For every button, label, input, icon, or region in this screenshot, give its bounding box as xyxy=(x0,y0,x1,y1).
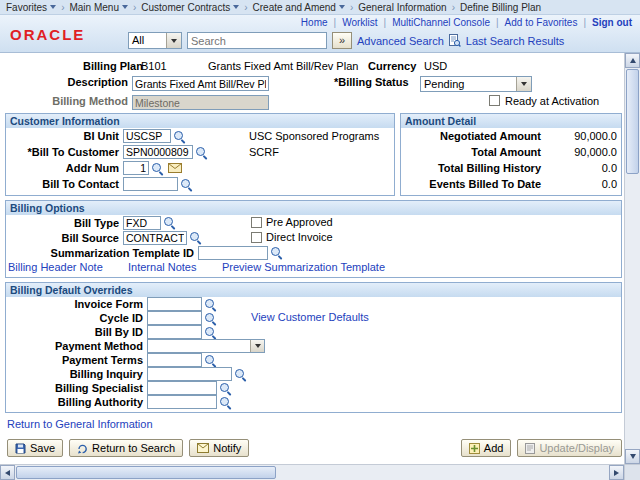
billing-method-field xyxy=(132,95,269,110)
bill-by-id-field[interactable] xyxy=(147,325,202,339)
multichannel-console-link[interactable]: MultiChannel Console xyxy=(392,17,490,28)
payment-method-select[interactable] xyxy=(147,339,265,353)
page-content: Billing Plan B101 Grants Fixed Amt Bill/… xyxy=(0,54,624,478)
internal-notes-link[interactable]: Internal Notes xyxy=(128,261,196,273)
breadcrumb-separator: › xyxy=(133,2,136,13)
payment-method-value xyxy=(148,340,250,352)
cycle-id-row: Cycle ID View Customer Defaults xyxy=(6,311,621,325)
addr-num-lookup-icon[interactable] xyxy=(151,162,164,175)
link-separator: | xyxy=(496,17,499,28)
home-link[interactable]: Home xyxy=(301,17,328,28)
billing-authority-lookup-icon[interactable] xyxy=(219,396,232,409)
add-to-favorites-link[interactable]: Add to Favorites xyxy=(505,17,578,28)
bi-unit-lookup-icon[interactable] xyxy=(173,130,186,143)
add-button[interactable]: Add xyxy=(461,439,512,457)
billing-inquiry-lookup-icon[interactable] xyxy=(234,368,247,381)
preview-summarization-template-link[interactable]: Preview Summarization Template xyxy=(222,261,385,273)
scroll-down-button[interactable] xyxy=(625,449,640,464)
bill-to-customer-lookup-icon[interactable] xyxy=(195,146,208,159)
bill-source-lookup-icon[interactable] xyxy=(189,231,202,244)
cycle-id-lookup-icon[interactable] xyxy=(204,312,217,325)
breadcrumb-label: Define Billing Plan xyxy=(460,2,541,13)
breadcrumb-create-and-amend[interactable]: Create and Amend xyxy=(253,2,345,13)
section-title: Billing Options xyxy=(6,201,621,215)
notify-button[interactable]: Notify xyxy=(189,439,249,457)
vertical-scrollbar-thumb[interactable] xyxy=(626,69,639,174)
pre-approved-checkbox[interactable] xyxy=(251,217,262,228)
return-to-search-button[interactable]: Return to Search xyxy=(69,439,183,457)
return-to-general-information-link[interactable]: Return to General Information xyxy=(7,418,153,430)
pre-approved-label: Pre Approved xyxy=(266,216,333,228)
arrow-down-icon xyxy=(630,454,636,459)
chevron-down-icon[interactable] xyxy=(250,340,264,352)
bill-source-field[interactable] xyxy=(123,231,187,245)
sign-out-link[interactable]: Sign out xyxy=(592,17,632,28)
bi-unit-row: BI Unit USC Sponsored Programs xyxy=(6,128,394,144)
billing-status-select[interactable]: Pending xyxy=(420,76,532,92)
bill-type-field[interactable] xyxy=(123,216,161,230)
bill-to-customer-label: *Bill To Customer xyxy=(6,146,119,158)
ready-at-activation-checkbox[interactable] xyxy=(489,95,500,106)
breadcrumb-customer-contracts[interactable]: Customer Contracts xyxy=(141,2,239,13)
save-button-label: Save xyxy=(30,442,55,454)
vertical-scrollbar[interactable] xyxy=(624,53,640,464)
chevron-down-icon[interactable] xyxy=(516,77,531,91)
billing-inquiry-field[interactable] xyxy=(147,367,232,381)
direct-invoice-option: Direct Invoice xyxy=(251,231,333,243)
billing-header-note-link[interactable]: Billing Header Note xyxy=(8,261,103,273)
total-billing-history-label: Total Billing History xyxy=(401,162,549,174)
breadcrumb-general-information[interactable]: General Information xyxy=(358,2,446,13)
bill-source-label: Bill Source xyxy=(6,232,119,244)
invoice-form-label: Invoice Form xyxy=(6,298,143,310)
view-customer-defaults-link[interactable]: View Customer Defaults xyxy=(251,311,369,323)
save-button[interactable]: Save xyxy=(7,439,63,457)
amount-row: Events Billed To Date 0.0 xyxy=(401,176,621,192)
billing-authority-field[interactable] xyxy=(147,395,217,409)
bill-by-id-lookup-icon[interactable] xyxy=(204,326,217,339)
billing-specialist-field[interactable] xyxy=(147,381,217,395)
description-field[interactable] xyxy=(132,76,269,91)
address-envelope-icon[interactable] xyxy=(168,163,182,173)
search-go-button[interactable]: » xyxy=(332,32,352,49)
last-search-results-link[interactable]: Last Search Results xyxy=(466,35,564,47)
update-display-button-label: Update/Display xyxy=(539,442,614,454)
breadcrumb-favorites[interactable]: Favorites xyxy=(6,2,56,13)
cycle-id-field[interactable] xyxy=(147,311,202,325)
bill-to-contact-field[interactable] xyxy=(123,177,178,191)
breadcrumb-main-menu[interactable]: Main Menu xyxy=(69,2,127,13)
search-input[interactable] xyxy=(187,32,327,49)
scroll-right-button[interactable] xyxy=(609,465,624,480)
plan-header-row: Billing Plan B101 Grants Fixed Amt Bill/… xyxy=(5,58,622,74)
bi-unit-field[interactable] xyxy=(123,129,171,143)
direct-invoice-checkbox[interactable] xyxy=(251,232,262,243)
bill-to-customer-field[interactable] xyxy=(123,145,193,159)
bill-type-lookup-icon[interactable] xyxy=(163,216,176,229)
scroll-up-button[interactable] xyxy=(625,53,640,68)
chevron-down-icon[interactable] xyxy=(166,33,181,48)
scroll-left-button[interactable] xyxy=(0,465,15,480)
worklist-link[interactable]: Worklist xyxy=(342,17,377,28)
payment-terms-lookup-icon[interactable] xyxy=(204,354,217,367)
horizontal-scrollbar[interactable] xyxy=(0,464,624,480)
summarization-template-lookup-icon[interactable] xyxy=(270,246,283,259)
bill-to-contact-label: Bill To Contact xyxy=(6,178,119,190)
amount-row: Total Billing History 0.0 xyxy=(401,160,621,176)
invoice-form-lookup-icon[interactable] xyxy=(204,298,217,311)
horizontal-scrollbar-thumb[interactable] xyxy=(16,466,276,479)
total-amount-label: Total Amount xyxy=(401,146,549,158)
bill-to-contact-lookup-icon[interactable] xyxy=(180,178,193,191)
bi-unit-description: USC Sponsored Programs xyxy=(249,130,379,142)
billing-specialist-lookup-icon[interactable] xyxy=(219,382,232,395)
bill-by-id-row: Bill By ID xyxy=(6,325,621,339)
arrow-up-icon xyxy=(630,58,636,63)
payment-terms-field[interactable] xyxy=(147,353,202,367)
invoice-form-field[interactable] xyxy=(147,297,202,311)
notify-button-label: Notify xyxy=(213,442,241,454)
advanced-search-link[interactable]: Advanced Search xyxy=(357,35,444,47)
define-billing-plan-page: Favorites › Main Menu › Customer Contrac… xyxy=(0,0,640,480)
addr-num-field[interactable] xyxy=(123,161,149,175)
customer-information-section: Customer Information BI Unit USC Sponsor… xyxy=(5,113,395,196)
chevron-down-icon xyxy=(233,5,239,9)
search-scope-select[interactable]: All xyxy=(128,32,182,49)
summarization-template-field[interactable] xyxy=(198,246,268,260)
